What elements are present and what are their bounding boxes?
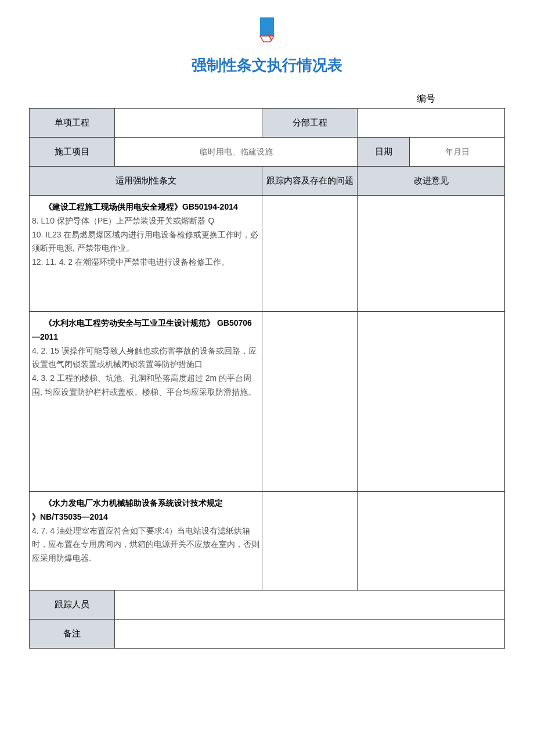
page-title: 强制性条文执行情况表	[29, 55, 505, 75]
spec-row-2: 《水利水电工程劳动安全与工业卫生设计规范》 GB50706—2011 4. 2.…	[30, 312, 262, 492]
label-single-project: 单项工程	[30, 109, 115, 138]
value-construction-item: 临时用电、临建设施	[115, 138, 358, 167]
label-sub-project: 分部工程	[262, 109, 358, 138]
spec-row-1: 《建设工程施工现场供用电安全规程》GB50194-2014 8. L10 保护导…	[30, 196, 262, 312]
label-date: 日期	[358, 138, 410, 167]
logo	[29, 17, 505, 44]
spec-title-2: 《水利水电工程劳动安全与工业卫生设计规范》 GB50706—2011	[32, 316, 259, 344]
spec-body-3: 4. 7. 4 油处理室布置应符合如下要求:4）当电站设有滤纸烘箱时，应布置在专…	[32, 524, 259, 566]
svg-rect-0	[260, 17, 274, 36]
form-table: 单项工程 分部工程 施工项目 临时用电、临建设施 日期 年月日 适用强制性条文 …	[29, 108, 505, 649]
tracking-row-2	[262, 312, 358, 492]
value-date: 年月日	[410, 138, 505, 167]
label-tracker: 跟踪人员	[30, 591, 115, 620]
value-single-project	[115, 109, 262, 138]
form-id-label: 编号	[29, 93, 505, 105]
label-construction-item: 施工项目	[30, 138, 115, 167]
value-remark	[115, 620, 505, 649]
improvement-row-2	[358, 312, 505, 492]
spec-title-3: 《水力发电厂水力机械辅助设备系统设计技术规定》NB/T35035—2014	[32, 496, 259, 524]
improvement-row-3	[358, 492, 505, 591]
value-tracker	[115, 591, 505, 620]
label-improvement: 改进意见	[358, 167, 505, 196]
label-tracking: 跟踪内容及存在的问题	[262, 167, 358, 196]
label-remark: 备注	[30, 620, 115, 649]
value-sub-project	[358, 109, 505, 138]
spec-title-1: 《建设工程施工现场供用电安全规程》GB50194-2014	[32, 200, 259, 214]
improvement-row-1	[358, 196, 505, 312]
spec-body-1: 8. L10 保护导体（PE）上严禁装设开关或熔断器 Q10. IL23 在易燃…	[32, 214, 259, 269]
spec-body-2: 4. 2. 15 误操作可能导致人身触也或伤害事故的设备或回路，应设置也气闭锁装…	[32, 344, 259, 399]
tracking-row-1	[262, 196, 358, 312]
tracking-row-3	[262, 492, 358, 591]
spec-row-3: 《水力发电厂水力机械辅助设备系统设计技术规定》NB/T35035—2014 4.…	[30, 492, 262, 591]
label-applicable: 适用强制性条文	[30, 167, 262, 196]
